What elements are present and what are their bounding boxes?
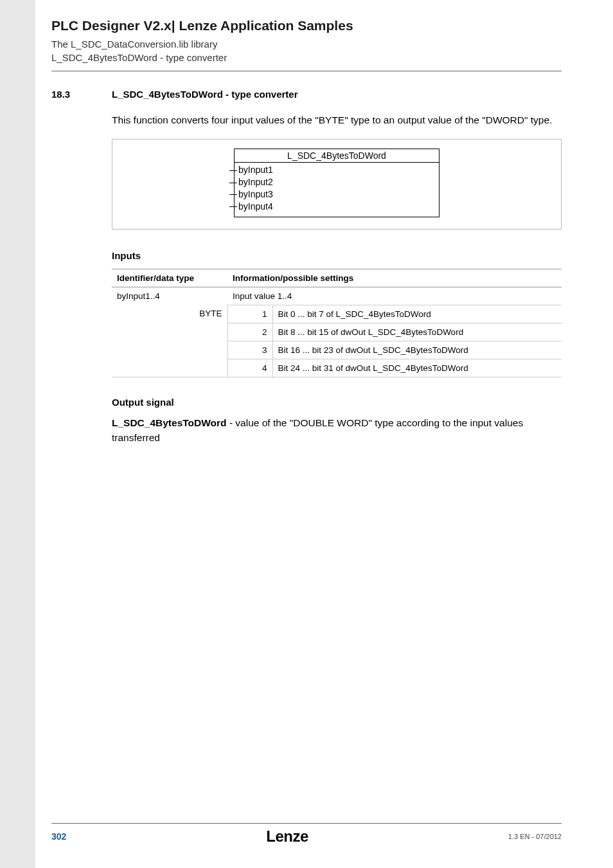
col-identifier: Identifier/data type <box>112 269 227 287</box>
doc-subtitle-2: L_SDC_4BytesToDWord - type converter <box>51 51 562 64</box>
doc-subtitle-1: The L_SDC_DataConversion.lib library <box>51 37 562 51</box>
section-intro: This function converts four input values… <box>112 113 562 127</box>
page-header: PLC Designer V2.x| Lenze Application Sam… <box>51 18 562 64</box>
page-footer: 302 Lenze 1.3 EN - 07/2012 <box>51 823 562 842</box>
inputs-table: Identifier/data type Information/possibl… <box>112 269 562 377</box>
section-heading-row: 18.3 L_SDC_4BytesToDWord - type converte… <box>51 89 562 100</box>
fb-input-4: byInput4 <box>238 201 435 213</box>
cell-desc: Bit 16 ... bit 23 of dwOut L_SDC_4BytesT… <box>272 341 562 359</box>
fb-input-label: byInput4 <box>238 201 273 212</box>
section-title: L_SDC_4BytesToDWord - type converter <box>112 89 298 100</box>
doc-version: 1.3 EN - 07/2012 <box>508 833 562 840</box>
cell-desc: Bit 0 ... bit 7 of L_SDC_4BytesToDWord <box>272 305 562 323</box>
cell-info-head: Input value 1..4 <box>227 287 562 305</box>
function-block-diagram: L_SDC_4BytesToDWord byInput1 byInput2 by… <box>112 139 562 230</box>
header-divider <box>51 71 562 71</box>
cell-num: 3 <box>227 341 272 359</box>
output-name: L_SDC_4BytesToDWord <box>112 417 227 428</box>
fb-input-3: byInput3 <box>238 188 435 201</box>
doc-title: PLC Designer V2.x| Lenze Application Sam… <box>51 18 562 33</box>
table-row: BYTE 1 Bit 0 ... bit 7 of L_SDC_4BytesTo… <box>112 305 562 323</box>
main-content: 18.3 L_SDC_4BytesToDWord - type converte… <box>51 89 562 445</box>
fb-input-label: byInput2 <box>238 177 273 187</box>
cell-identifier: byInput1..4 <box>112 287 227 305</box>
fb-input-2: byInput2 <box>238 176 435 188</box>
fb-title: L_SDC_4BytesToDWord <box>235 149 439 163</box>
col-information: Information/possible settings <box>227 269 562 287</box>
left-margin-bar <box>0 0 35 868</box>
cell-datatype: BYTE <box>112 305 227 377</box>
page-number: 302 <box>51 831 66 842</box>
section-number: 18.3 <box>51 89 112 100</box>
cell-desc: Bit 24 ... bit 31 of dwOut L_SDC_4BytesT… <box>272 359 562 377</box>
output-heading: Output signal <box>112 397 562 408</box>
output-description: L_SDC_4BytesToDWord - value of the "DOUB… <box>112 415 562 446</box>
fb-input-label: byInput3 <box>238 189 273 199</box>
table-row: byInput1..4 Input value 1..4 <box>112 287 562 305</box>
cell-num: 1 <box>227 305 272 323</box>
fb-input-1: byInput1 <box>238 164 435 176</box>
fb-input-label: byInput1 <box>238 165 273 175</box>
cell-desc: Bit 8 ... bit 15 of dwOut L_SDC_4BytesTo… <box>272 323 562 341</box>
cell-num: 2 <box>227 323 272 341</box>
inputs-heading: Inputs <box>112 250 562 261</box>
cell-num: 4 <box>227 359 272 377</box>
lenze-logo: Lenze <box>266 827 308 845</box>
